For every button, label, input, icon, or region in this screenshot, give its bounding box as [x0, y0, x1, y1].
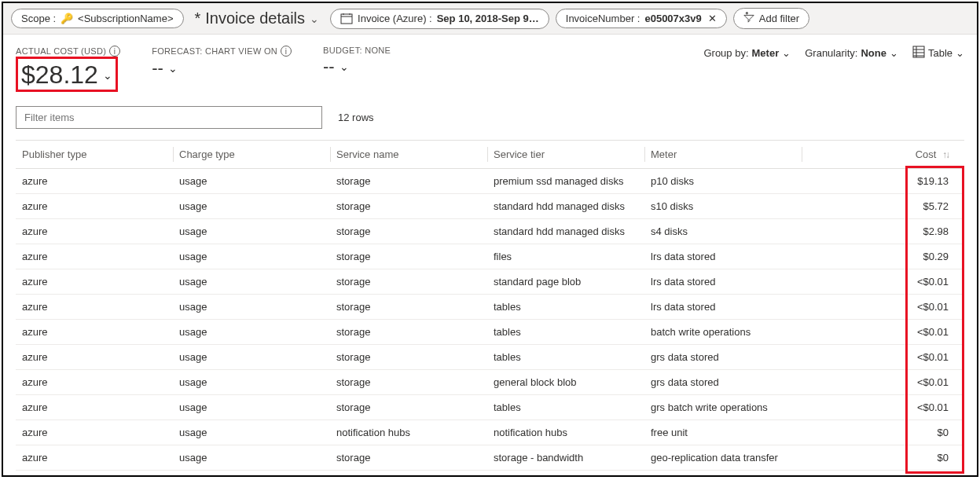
cell-cost: $19.13 [802, 169, 964, 194]
invoice-label: InvoiceNumber : [566, 13, 640, 24]
table-row[interactable]: azureusagestoragetablesgrs data stored<$… [16, 345, 964, 370]
table-row[interactable]: azureusagestoragetableslrs data stored<$… [16, 295, 964, 320]
col-charge[interactable]: Charge type [173, 141, 330, 169]
cell-cost: <$0.01 [802, 345, 964, 370]
cell-publisher: azure [16, 269, 173, 295]
cell-tier: standard page blob [487, 269, 644, 295]
actual-cost-dropdown[interactable]: $28.12 ⌄ [21, 60, 112, 90]
forecast-label: FORECAST: CHART VIEW ON [152, 46, 277, 56]
cell-charge: usage [173, 194, 330, 219]
add-filter-button[interactable]: Add filter [733, 8, 809, 29]
cell-meter: lrs data stored [644, 244, 802, 269]
table-row[interactable]: azureusagestoragestandard page bloblrs d… [16, 269, 964, 295]
table-row[interactable]: azureusagestoragefileslrs data stored$0.… [16, 244, 964, 269]
cell-charge: usage [173, 295, 330, 320]
cell-publisher: azure [16, 370, 173, 395]
view-title-dropdown[interactable]: * Invoice details ⌄ [195, 9, 320, 27]
cost-table: Publisher type Charge type Service name … [16, 140, 964, 471]
col-meter[interactable]: Meter [644, 141, 802, 169]
cell-cost: $0 [802, 445, 964, 471]
cell-meter: grs data stored [644, 345, 802, 370]
invoice-value: e05007x3v9 [644, 13, 701, 24]
chevron-down-icon: ⌄ [103, 69, 112, 82]
cell-service: storage [330, 395, 487, 420]
cell-meter: grs batch write operations [644, 395, 802, 420]
cell-cost: <$0.01 [802, 295, 964, 320]
sort-icon: ↑↓ [942, 149, 949, 160]
forecast-dropdown[interactable]: -- ⌄ [152, 58, 292, 79]
cell-charge: usage [173, 244, 330, 269]
col-cost[interactable]: Cost ↑↓ [802, 141, 964, 169]
chevron-down-icon: ⌄ [956, 47, 964, 59]
forecast-metric: FORECAST: CHART VIEW ON i -- ⌄ [152, 46, 292, 79]
cell-charge: usage [173, 445, 330, 471]
actual-cost-value: $28.12 [21, 60, 98, 90]
table-row[interactable]: azureusagenotification hubsnotification … [16, 420, 964, 445]
cell-charge: usage [173, 420, 330, 445]
table-row[interactable]: azureusagestoragestandard hdd managed di… [16, 219, 964, 244]
cell-service: storage [330, 169, 487, 194]
col-tier[interactable]: Service tier [487, 141, 644, 169]
cell-cost: $5.72 [802, 194, 964, 219]
actual-cost-label: ACTUAL COST (USD) [16, 46, 106, 56]
scope-pill[interactable]: Scope : 🔑 <SubscriptionName> [11, 9, 184, 28]
col-service[interactable]: Service name [330, 141, 487, 169]
filter-input[interactable] [16, 106, 322, 129]
info-icon[interactable]: i [281, 46, 292, 57]
budget-label: BUDGET: NONE [323, 46, 391, 55]
cell-publisher: azure [16, 395, 173, 420]
cell-tier: notification hubs [487, 420, 644, 445]
table-row[interactable]: azureusagestoragetablesbatch write opera… [16, 320, 964, 345]
cell-tier: tables [487, 295, 644, 320]
cell-tier: standard hdd managed disks [487, 219, 644, 244]
view-type-dropdown[interactable]: Table ⌄ [912, 46, 964, 60]
cell-meter: geo-replication data transfer [644, 445, 802, 471]
view-type-label: Table [928, 47, 952, 59]
calendar-icon [340, 13, 353, 25]
cell-publisher: azure [16, 169, 173, 194]
cell-tier: tables [487, 320, 644, 345]
cell-tier: general block blob [487, 370, 644, 395]
cell-meter: batch write operations [644, 320, 802, 345]
cell-cost: $2.98 [802, 219, 964, 244]
chevron-down-icon: ⌄ [890, 47, 898, 59]
close-icon[interactable]: ✕ [708, 13, 717, 24]
forecast-value: -- [152, 58, 163, 79]
info-icon[interactable]: i [109, 46, 120, 57]
table-row[interactable]: azureusagestoragestorage - bandwidthgeo-… [16, 445, 964, 471]
cell-charge: usage [173, 345, 330, 370]
groupby-label: Group by: [703, 47, 748, 59]
cell-service: storage [330, 295, 487, 320]
table-row[interactable]: azureusagestoragestandard hdd managed di… [16, 194, 964, 219]
table-row[interactable]: azureusagestoragepremium ssd managed dis… [16, 169, 964, 194]
date-range-pill[interactable]: Invoice (Azure) : Sep 10, 2018-Sep 9… [330, 9, 549, 29]
table-row[interactable]: azureusagestoragetablesgrs batch write o… [16, 395, 964, 420]
budget-dropdown[interactable]: -- ⌄ [323, 57, 391, 77]
cell-service: storage [330, 194, 487, 219]
metrics-row: ACTUAL COST (USD) i $28.12 ⌄ FORECAST: C… [16, 46, 964, 92]
groupby-dropdown[interactable]: Group by: Meter ⌄ [703, 47, 791, 59]
invoice-filter-pill[interactable]: InvoiceNumber : e05007x3v9 ✕ [556, 9, 727, 28]
cell-service: storage [330, 219, 487, 244]
cell-charge: usage [173, 219, 330, 244]
cell-publisher: azure [16, 320, 173, 345]
add-filter-icon [743, 12, 754, 25]
groupby-value: Meter [752, 47, 780, 59]
cell-cost: <$0.01 [802, 370, 964, 395]
granularity-label: Granularity: [805, 47, 857, 59]
cell-tier: tables [487, 345, 644, 370]
view-controls: Group by: Meter ⌄ Granularity: None ⌄ Ta… [703, 46, 964, 60]
granularity-dropdown[interactable]: Granularity: None ⌄ [805, 47, 898, 59]
cell-service: storage [330, 345, 487, 370]
cell-tier: standard hdd managed disks [487, 194, 644, 219]
cell-tier: premium ssd managed disks [487, 169, 644, 194]
cell-meter: lrs data stored [644, 295, 802, 320]
budget-value: -- [323, 57, 335, 77]
date-value: Sep 10, 2018-Sep 9… [437, 13, 539, 24]
cell-tier: files [487, 244, 644, 269]
col-publisher[interactable]: Publisher type [16, 141, 173, 169]
cell-meter: s10 disks [644, 194, 802, 219]
table-row[interactable]: azureusagestoragegeneral block blobgrs d… [16, 370, 964, 395]
cell-meter: free unit [644, 420, 802, 445]
cell-publisher: azure [16, 420, 173, 445]
